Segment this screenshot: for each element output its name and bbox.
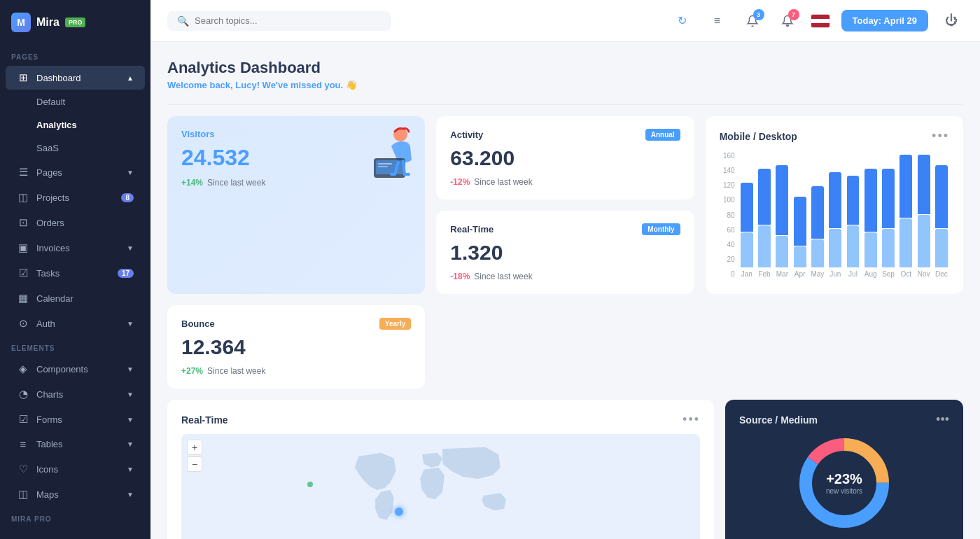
sidebar-item-analytics[interactable]: Analytics xyxy=(6,114,145,136)
mobile-bar xyxy=(794,246,806,267)
sidebar-item-icons[interactable]: ♡ Icons ▼ xyxy=(6,457,145,481)
donut-container: +23% new visitors xyxy=(739,434,949,532)
bar-group: May xyxy=(810,152,825,278)
refresh-button[interactable]: ↻ xyxy=(671,9,694,33)
map-header: Real-Time ••• xyxy=(181,412,700,427)
bar-stack xyxy=(863,169,878,267)
map-controls: + − xyxy=(187,440,202,472)
sidebar-item-label: Components xyxy=(36,364,120,374)
realtime-map-card: Real-Time ••• xyxy=(167,400,714,539)
bar-stack xyxy=(792,197,808,267)
sidebar-item-orders[interactable]: ⊡ Orders xyxy=(6,211,145,234)
desktop-bar xyxy=(935,165,948,228)
bounce-card: Bounce Yearly 12.364 +27% Since last wee… xyxy=(167,305,425,388)
chart-header: Mobile / Desktop ••• xyxy=(720,129,949,144)
realtime-badge: Monthly xyxy=(642,223,680,235)
y-axis: 160 140 120 100 80 60 40 20 0 xyxy=(720,152,738,278)
sidebar-item-pages[interactable]: ☰ Pages ▼ xyxy=(6,160,145,184)
bar-group: Sep xyxy=(881,152,896,278)
sidebar-item-default[interactable]: Default xyxy=(6,91,145,113)
sidebar-item-label: Tables xyxy=(36,439,120,449)
realtime-value: 1.320 xyxy=(450,241,680,265)
power-button[interactable]: ⏻ xyxy=(939,9,963,33)
alerts-button[interactable]: 7 xyxy=(776,9,799,33)
sidebar-item-label: Invoices xyxy=(36,243,120,253)
bar-group: Mar xyxy=(774,152,790,278)
sidebar-item-charts[interactable]: ◔ Charts ▼ xyxy=(6,382,145,406)
mobile-bar xyxy=(776,236,788,267)
tasks-icon: ☑ xyxy=(17,267,29,279)
sidebar-item-calendar[interactable]: ▦ Calendar xyxy=(6,286,145,310)
invoices-icon: ▣ xyxy=(17,241,29,254)
search-input[interactable] xyxy=(195,15,382,26)
chevron-icon: ▼ xyxy=(127,320,134,328)
bar-group: Oct xyxy=(898,152,913,278)
sidebar-item-label: Projects xyxy=(36,192,114,203)
sidebar-item-forms[interactable]: ☑ Forms ▼ xyxy=(6,407,145,431)
sidebar-item-label: SaaS xyxy=(36,143,134,153)
activity-card: Activity Annual 63.200 -12% Since last w… xyxy=(436,116,694,200)
dashboard-icon: ⊞ xyxy=(17,71,29,84)
chevron-icon: ▼ xyxy=(127,416,134,424)
alerts-badge: 7 xyxy=(788,9,799,20)
main-content: 🔍 ↻ ≡ 3 7 Today: April 29 ⏻ Analytics Da… xyxy=(150,0,980,539)
filter-button[interactable]: ≡ xyxy=(706,9,729,33)
sidebar-item-label: Analytics xyxy=(36,120,134,130)
map-menu-button[interactable]: ••• xyxy=(682,412,700,427)
bar-group: Jan xyxy=(739,152,755,278)
mobile-bar xyxy=(882,229,895,267)
mira-pro-label: MIRA PRO xyxy=(0,507,150,527)
map-title: Real-Time xyxy=(181,414,228,426)
page-subtitle: Welcome back, Lucy! We've missed you. 👋 xyxy=(167,80,963,90)
sidebar-item-invoices[interactable]: ▣ Invoices ▼ xyxy=(6,236,145,260)
donut-percentage: +23% xyxy=(826,471,862,487)
mobile-bar xyxy=(899,218,912,267)
subtitle-suffix: ! We've missed you. 👋 xyxy=(257,80,357,90)
sidebar-item-label: Pages xyxy=(36,167,120,178)
language-flag[interactable] xyxy=(811,14,830,28)
chevron-icon: ▼ xyxy=(127,365,134,373)
bounce-badge: Yearly xyxy=(379,318,411,330)
mobile-bar xyxy=(811,239,824,267)
sidebar-item-tables[interactable]: ≡ Tables ▼ xyxy=(6,433,145,456)
zoom-in-button[interactable]: + xyxy=(187,440,202,455)
search-wrapper[interactable]: 🔍 xyxy=(167,11,391,31)
map-container: + − xyxy=(181,434,700,539)
bar-label: Sep xyxy=(882,270,895,278)
sidebar-logo: M Mira PRO xyxy=(0,0,150,45)
bar-label: May xyxy=(811,270,824,278)
bar-label: Jul xyxy=(848,270,858,278)
sidebar-item-components[interactable]: ◈ Components ▼ xyxy=(6,357,145,381)
sidebar-item-tasks[interactable]: ☑ Tasks 17 xyxy=(6,261,145,285)
desktop-bar xyxy=(741,183,753,232)
chevron-icon: ▼ xyxy=(127,244,134,252)
chart-menu-button[interactable]: ••• xyxy=(932,129,949,144)
notifications-button[interactable]: 3 xyxy=(741,9,764,33)
bar-label: Jun xyxy=(830,270,841,278)
source-menu-button[interactable]: ••• xyxy=(936,412,949,427)
bar-label: Jan xyxy=(741,270,752,278)
sidebar-item-projects[interactable]: ◫ Projects 8 xyxy=(6,186,145,209)
bar-stack xyxy=(898,155,913,267)
today-button[interactable]: Today: April 29 xyxy=(841,10,928,31)
bounce-title: Bounce xyxy=(181,318,215,329)
bounce-change: +27% xyxy=(181,366,203,376)
sidebar-item-label: Orders xyxy=(36,218,134,228)
sidebar-item-auth[interactable]: ⊙ Auth ▼ xyxy=(6,312,145,335)
mobile-bar xyxy=(935,229,948,267)
sidebar-item-dashboard[interactable]: ⊞ Dashboard ▲ xyxy=(6,66,145,90)
desktop-bar xyxy=(847,176,860,225)
source-header: Source / Medium ••• xyxy=(739,412,949,427)
sidebar-item-maps[interactable]: ◫ Maps ▼ xyxy=(6,482,145,506)
bar-stack xyxy=(916,155,931,267)
chevron-icon: ▲ xyxy=(127,74,134,82)
username: Lucy xyxy=(235,80,256,90)
zoom-out-button[interactable]: − xyxy=(187,456,202,472)
topbar: 🔍 ↻ ≡ 3 7 Today: April 29 ⏻ xyxy=(150,0,980,42)
desktop-bar xyxy=(811,186,824,239)
map-dot-1 xyxy=(395,507,403,516)
app-name: Mira xyxy=(36,16,59,29)
sidebar-item-saas[interactable]: SaaS xyxy=(6,137,145,159)
bars-area: JanFebMarAprMayJunJulAugSepOctNovDec xyxy=(739,152,949,278)
bar-group: Jun xyxy=(827,152,843,278)
